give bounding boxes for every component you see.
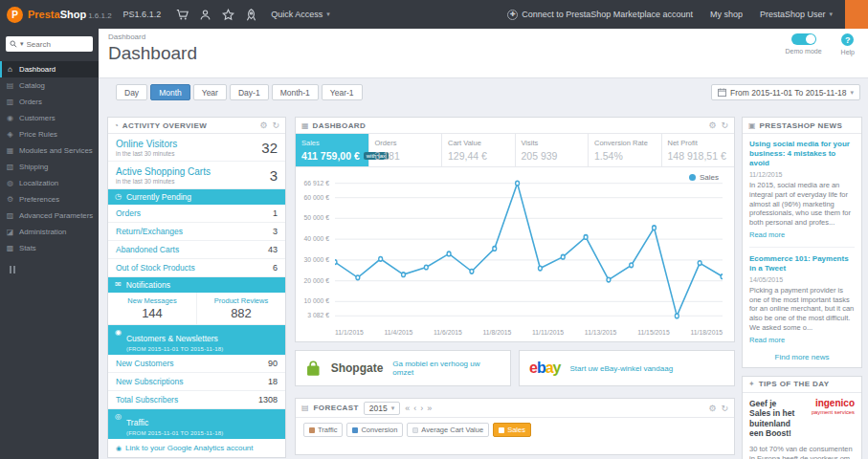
search-input[interactable] [27,40,77,49]
filter-month-button[interactable]: Month [150,84,190,100]
ebay-link[interactable]: Start uw eBay-winkel vandaag [570,364,674,373]
refresh-icon[interactable]: ↻ [721,404,728,413]
gear-icon[interactable]: ⚙ [708,120,716,130]
sidebar-item-advanced-parameters[interactable]: ▨Advanced Parameters [0,208,99,224]
user-menu[interactable]: PrestaShop User▾ [760,10,833,19]
pending-orders-link[interactable]: Orders [116,208,141,218]
help-icon[interactable]: ? [841,33,854,46]
filter-day-1-button[interactable]: Day-1 [230,84,269,100]
filter-year-button[interactable]: Year [193,84,227,100]
sidebar: ▾ ⌂Dashboard ▤Catalog ▥Orders ◉Customers… [0,29,99,459]
kpi-visits[interactable]: Visits 205 939 [516,134,590,166]
first-page-button[interactable]: « [405,404,410,413]
ebay-promo[interactable]: ebay Start uw eBay-winkel vandaag [519,350,735,386]
last-page-button[interactable]: » [427,404,432,413]
shopgate-promo[interactable]: Shopgate Ga mobiel en verhoog uw omzet [295,350,511,386]
sidebar-collapse-button[interactable] [10,266,99,273]
date-filter-bar: Day Month Year Day-1 Month-1 Year-1 [116,84,363,100]
kpi-orders[interactable]: Orders 3 181 [369,134,443,166]
gear-icon[interactable]: ⚙ [259,120,267,130]
traffic-swatch-icon [309,427,315,433]
kpi-sales[interactable]: Sales 411 759,00 €with tax [296,134,369,166]
kpi-net-profit[interactable]: Net Profit 148 918,51 € [662,134,735,166]
active-carts-block[interactable]: Active Shopping Carts in the last 30 min… [108,162,285,189]
cart-icon[interactable] [170,0,193,29]
sidebar-item-stats[interactable]: ▩Stats [0,240,99,256]
ps-version-label: PS1.6.1.2 [123,10,162,19]
filter-day-button[interactable]: Day [116,84,147,100]
legend-conversion-chip[interactable]: Conversion [346,423,403,437]
currently-pending-title: Currently Pending [126,192,191,202]
active-carts-value: 3 [270,167,278,184]
news-headline-link[interactable]: Ecommerce 101: Payments in a Tweet [749,254,855,273]
sidebar-item-dashboard[interactable]: ⌂Dashboard [0,61,99,77]
sidebar-item-administration[interactable]: ◪Administration [0,224,99,240]
news-item: Using social media for your business: 4 … [749,140,855,239]
sidebar-item-preferences[interactable]: ⚙Preferences [0,191,99,208]
shopgate-link[interactable]: Ga mobiel en verhoog uw omzet [392,360,501,377]
filter-month-1-button[interactable]: Month-1 [272,84,319,100]
filter-year-1-button[interactable]: Year-1 [322,84,363,100]
sidebar-item-shipping[interactable]: ▧Shipping [0,159,99,175]
rocket-icon[interactable] [239,0,262,29]
forecast-pager: « ‹ › » [405,404,432,413]
new-messages-block[interactable]: New Messages 144 [108,293,196,324]
user-avatar[interactable] [845,0,868,29]
ebay-letter: b [537,360,545,376]
sidebar-item-label: Advanced Parameters [19,211,93,220]
currently-pending-header: ◷ Currently Pending [108,189,285,205]
sidebar-item-catalog[interactable]: ▤Catalog [0,77,99,94]
online-visitors-block[interactable]: Online Visitors in the last 30 minutes 3… [108,134,285,162]
kpi-conversion-rate[interactable]: Conversion Rate 1.54% [589,134,662,166]
abandoned-carts-link[interactable]: Abandoned Carts [116,245,179,254]
marketplace-link[interactable]: ✚Connect to PrestaShop Marketplace accou… [507,10,693,20]
traffic-range: (FROM 2015-11-01 TO 2015-11-18) [126,430,223,436]
read-more-link[interactable]: Read more [749,230,855,239]
tips-body-text: 30 tot 70% van de consumenten in Europa … [749,445,855,459]
new-subscriptions-link[interactable]: New Subscriptions [116,377,183,386]
sales-point [447,251,451,256]
total-subscribers-link[interactable]: Total Subscribers [116,395,178,404]
find-more-news-link[interactable]: Find more news [749,353,855,361]
quick-access-menu[interactable]: Quick Access▾ [271,10,330,19]
read-more-link[interactable]: Read more [749,336,855,344]
sidebar-item-label: Preferences [19,195,59,204]
chart-legend[interactable]: Sales [689,173,719,182]
sidebar-search[interactable]: ▾ [6,36,93,52]
next-page-button[interactable]: › [420,404,423,413]
prev-page-button[interactable]: ‹ [413,404,416,413]
gear-icon[interactable]: ⚙ [708,404,716,413]
date-range-picker[interactable]: From 2015-11-01 To 2015-11-18 ▾ [711,84,860,100]
demo-mode-toggle[interactable] [791,33,816,45]
search-scope-caret-icon[interactable]: ▾ [20,40,24,48]
returns-link[interactable]: Return/Exchanges [116,227,183,236]
sidebar-item-price-rules[interactable]: ◈Price Rules [0,126,99,142]
google-analytics-link[interactable]: Link to your Google Analytics account [125,444,253,452]
app-logo[interactable]: PrestaShop1.6.1.2 [28,9,112,20]
sidebar-item-localization[interactable]: ◍Localization [0,175,99,191]
prestashop-logo-icon[interactable]: P [7,7,23,23]
refresh-icon[interactable]: ↻ [721,120,728,130]
legend-average-cart-value-chip[interactable]: Average Cart Value [407,423,489,437]
sidebar-item-customers[interactable]: ◉Customers [0,110,99,126]
news-headline-link[interactable]: Using social media for your business: 4 … [749,140,855,168]
chart-x-tick: 11/8/2015 [483,329,512,336]
forecast-year-select[interactable]: 2015▾ [364,402,400,415]
legend-sales-chip[interactable]: Sales [493,423,531,437]
sidebar-item-label: Shipping [19,163,48,171]
my-shop-link[interactable]: My shop [710,10,743,19]
user-menu-label: PrestaShop User [760,10,826,19]
product-reviews-block[interactable]: Product Reviews 882 [196,293,285,324]
chart-y-tick: 30 000 € [304,256,329,263]
customer-icon[interactable] [193,0,216,29]
sidebar-item-orders[interactable]: ▥Orders [0,94,99,110]
legend-traffic-chip[interactable]: Traffic [303,423,343,437]
out-of-stock-link[interactable]: Out of Stock Products [116,263,195,273]
sales-point [335,260,337,265]
refresh-icon[interactable]: ↻ [272,120,279,130]
kpi-cart-value[interactable]: Cart Value 129,44 € [442,134,516,166]
new-customers-link[interactable]: New Customers [116,359,173,368]
sidebar-item-modules[interactable]: ▦Modules and Services [0,142,99,159]
star-icon[interactable] [216,0,239,29]
traffic-header: ◎ Traffic(FROM 2015-11-01 TO 2015-11-18) [108,409,285,439]
